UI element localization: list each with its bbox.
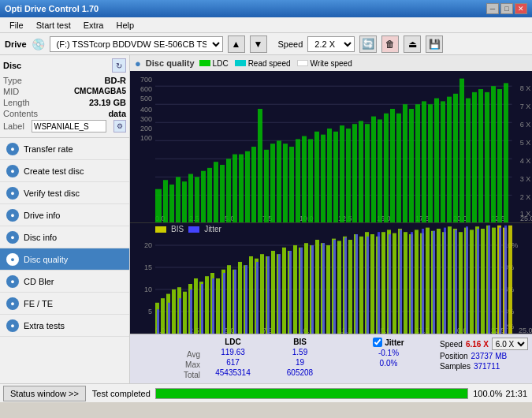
svg-rect-126 — [227, 265, 231, 334]
read-speed-legend-label: Read speed — [248, 59, 291, 68]
svg-rect-179 — [168, 303, 170, 334]
refresh-button[interactable]: 🔄 — [359, 35, 377, 53]
svg-rect-51 — [270, 144, 275, 222]
transfer-rate-icon: ● — [6, 143, 19, 155]
menu-extra[interactable]: Extra — [77, 19, 110, 32]
svg-rect-207 — [477, 229, 479, 334]
menu-file[interactable]: File — [3, 19, 30, 32]
save-button[interactable]: 💾 — [426, 35, 443, 53]
svg-rect-114 — [161, 298, 165, 334]
sidebar-item-disc-quality[interactable]: ● Disc quality — [0, 248, 129, 271]
svg-rect-80 — [453, 94, 458, 222]
sidebar-item-cd-bler[interactable]: ● CD Bler — [0, 271, 129, 293]
time-display: 21:31 — [505, 389, 527, 398]
label-input[interactable] — [32, 120, 106, 132]
bis-stats-label: BIS — [293, 338, 307, 346]
svg-rect-178 — [157, 309, 159, 334]
svg-rect-174 — [492, 228, 496, 334]
svg-rect-209 — [499, 228, 501, 334]
chart-container: 700 600 500 400 300 200 100 0.0 2.5 5.0 … — [130, 71, 532, 334]
svg-rect-38 — [188, 174, 193, 222]
svg-rect-142 — [315, 240, 319, 334]
menu-bar: File Start test Extra Help — [0, 17, 532, 33]
sidebar-item-fe-te[interactable]: ● FE / TE — [0, 293, 129, 315]
speed-dropdown[interactable]: 6.0 X — [492, 338, 528, 350]
legend-ldc: LDC — [199, 59, 229, 68]
jitter-checkbox[interactable] — [373, 338, 382, 347]
label-settings-button[interactable]: ⚙ — [113, 120, 126, 132]
svg-rect-78 — [441, 101, 445, 222]
jitter-stats: Jitter -0.1% 0.0% — [337, 338, 440, 380]
nav-label-cd-bler: CD Bler — [24, 277, 54, 286]
sidebar-item-transfer-rate[interactable]: ● Transfer rate — [0, 138, 129, 160]
svg-rect-186 — [245, 265, 247, 334]
close-button[interactable]: ✕ — [515, 3, 527, 14]
svg-text:500: 500 — [140, 95, 152, 103]
status-window-button[interactable]: Status window >> — [3, 386, 86, 401]
jitter-max: 0.0% — [380, 359, 398, 368]
jitter-legend-label: Jitter — [204, 225, 221, 233]
svg-rect-35 — [169, 185, 174, 222]
svg-rect-48 — [251, 147, 256, 222]
nav-items: ● Transfer rate ● Create test disc ● Ver… — [0, 138, 129, 383]
svg-rect-88 — [504, 83, 508, 222]
disc-refresh-button[interactable]: ↻ — [112, 58, 126, 73]
svg-text:2 X: 2 X — [520, 193, 531, 201]
sidebar-item-verify-test-disc[interactable]: ● Verify test disc — [0, 182, 129, 204]
main-layout: Disc ↻ Type BD-R MID CMCMAGBA5 Length 23… — [0, 55, 532, 383]
svg-rect-81 — [459, 79, 464, 222]
progress-fill — [156, 389, 467, 398]
drive-down-button[interactable]: ▼ — [250, 35, 267, 53]
svg-rect-55 — [296, 139, 300, 222]
maximize-button[interactable]: □ — [500, 3, 513, 14]
svg-text:15: 15 — [144, 263, 152, 271]
svg-rect-43 — [220, 165, 225, 222]
svg-rect-196 — [355, 234, 358, 334]
jitter-legend-color — [188, 226, 199, 233]
svg-text:300: 300 — [140, 115, 152, 123]
svg-rect-172 — [481, 229, 485, 334]
svg-rect-59 — [321, 135, 326, 222]
length-label: Length — [3, 98, 30, 107]
svg-rect-185 — [234, 270, 236, 334]
svg-rect-199 — [389, 234, 391, 334]
minimize-button[interactable]: ─ — [486, 3, 499, 14]
svg-rect-44 — [226, 159, 231, 222]
svg-rect-85 — [485, 92, 489, 222]
svg-rect-74 — [415, 104, 420, 222]
drive-select[interactable]: (F:) TSSTcorp BDDVDW SE-506CB TS02 — [50, 36, 223, 52]
svg-rect-77 — [434, 99, 439, 222]
svg-rect-86 — [491, 86, 496, 222]
progress-percent: 100.0% — [473, 389, 502, 398]
erase-button[interactable]: 🗑 — [381, 35, 399, 53]
sidebar-item-create-test-disc[interactable]: ● Create test disc — [0, 160, 129, 182]
content-area: ● Disc quality LDC Read speed Write spee… — [130, 55, 532, 383]
ldc-max: 617 — [226, 358, 240, 367]
ldc-legend-label: LDC — [213, 59, 229, 68]
position-val: 23737 MB — [471, 352, 508, 360]
sidebar-item-disc-info[interactable]: ● Disc info — [0, 226, 129, 248]
svg-rect-62 — [340, 125, 344, 222]
length-value: 23.19 GB — [89, 98, 126, 107]
sidebar-item-extra-tests[interactable]: ● Extra tests — [0, 315, 129, 337]
progress-bar — [155, 388, 468, 399]
create-test-disc-icon: ● — [6, 165, 19, 177]
drive-up-button[interactable]: ▲ — [228, 35, 245, 53]
svg-rect-195 — [344, 237, 347, 334]
sidebar-item-drive-info[interactable]: ● Drive info — [0, 204, 129, 226]
samples-val: 371711 — [474, 362, 500, 371]
svg-text:6 X: 6 X — [520, 121, 531, 129]
svg-rect-191 — [300, 248, 303, 334]
ldc-total: 45435314 — [215, 368, 251, 377]
svg-rect-200 — [400, 230, 402, 334]
menu-start-test[interactable]: Start test — [30, 19, 77, 32]
speed-select[interactable]: 2.2 X — [307, 36, 355, 52]
jitter-header: Jitter — [373, 338, 404, 347]
type-value: BD-R — [105, 76, 127, 85]
svg-text:5 X: 5 X — [520, 139, 531, 147]
svg-rect-60 — [327, 129, 332, 222]
bis-avg: 1.59 — [292, 348, 307, 356]
eject-button[interactable]: ⏏ — [404, 35, 421, 53]
svg-text:8 X: 8 X — [520, 84, 531, 92]
menu-help[interactable]: Help — [110, 19, 140, 32]
